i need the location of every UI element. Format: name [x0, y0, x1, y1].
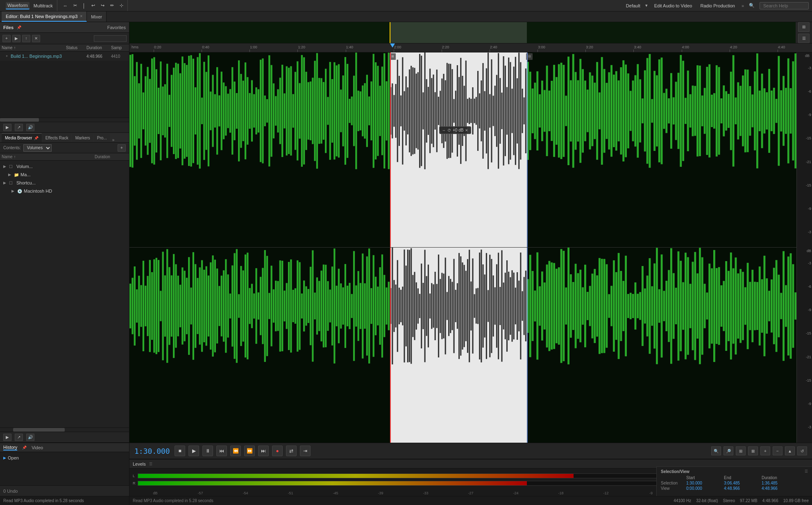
files-new-btn[interactable]: +	[2, 35, 11, 42]
zoom-sel-btn[interactable]: ⊞	[736, 446, 746, 455]
tab-effects-rack[interactable]: Effects Rack	[42, 133, 72, 142]
rewind-btn[interactable]: ⏪	[230, 446, 241, 456]
tool-select[interactable]: │	[81, 2, 87, 9]
waveform-container[interactable]: ↔ ⏱ +0 dB ✕	[129, 52, 812, 443]
si-sel-end[interactable]: 3:06.485	[724, 481, 761, 485]
files-export-btn[interactable]: ↗	[15, 124, 23, 131]
files-import-btn[interactable]: ↑	[22, 35, 30, 42]
tree-shortcut-item[interactable]: ▶ ☐ Shortcu...	[2, 179, 127, 187]
tab-properties[interactable]: Pro...	[94, 133, 110, 142]
contents-add-btn[interactable]: +	[118, 144, 126, 152]
si-view-end[interactable]: 4:48.966	[724, 486, 761, 491]
svg-rect-243	[615, 71, 617, 151]
svg-rect-136	[409, 69, 410, 152]
waveform-mode-btn[interactable]: Waveform	[6, 2, 29, 9]
media-hscroll[interactable]	[0, 428, 129, 432]
contents-select[interactable]: Volumes	[23, 144, 52, 152]
media-play-btn[interactable]: ▶	[3, 434, 11, 441]
edit-audio-to-video-btn[interactable]: Edit Audio to Video	[653, 2, 694, 9]
overview-bar[interactable]: // Will be rendered as SVG rects via JS …	[129, 22, 812, 43]
svg-rect-162	[453, 99, 454, 123]
record-btn[interactable]: ●	[272, 446, 283, 456]
history-item-0[interactable]: ▶ Open	[2, 454, 127, 462]
tool-undo[interactable]: ↩	[90, 2, 97, 9]
editor-tab[interactable]: Editor: Build 1 New Beginnings.mp3 ×	[2, 11, 87, 22]
file-row-0[interactable]: + Build 1... Beginnings.mp3 4:48.966 441…	[0, 52, 129, 61]
sample-rate: 44100 Hz	[674, 498, 691, 503]
media-audio-btn[interactable]: 🔊	[26, 434, 34, 441]
svg-rect-538	[549, 261, 551, 351]
svg-rect-396	[279, 260, 281, 352]
tool-move[interactable]: ↔	[61, 2, 69, 9]
svg-rect-433	[360, 283, 361, 329]
svg-rect-362	[206, 266, 207, 346]
svg-rect-11	[145, 76, 146, 146]
si-sel-start[interactable]: 1:30.000	[686, 481, 723, 485]
fast-forward-btn[interactable]: ⏩	[244, 446, 255, 456]
tool-redo[interactable]: ↪	[99, 2, 106, 9]
svg-rect-358	[197, 278, 198, 334]
waveform-main[interactable]: ↔ ⏱ +0 dB ✕	[129, 52, 812, 443]
svg-rect-86	[308, 82, 309, 139]
svg-rect-375	[234, 253, 235, 359]
tab-video[interactable]: Video	[32, 445, 43, 450]
db-label-m15b-bot: -15	[806, 378, 811, 382]
tree-volume-root[interactable]: ▶ ☐ Volum...	[2, 162, 127, 171]
to-end-btn[interactable]: ⏭	[258, 446, 269, 456]
svg-rect-622	[749, 282, 751, 330]
files-audio-btn[interactable]: 🔊	[26, 124, 34, 131]
svg-rect-51	[231, 67, 233, 155]
loop-btn[interactable]: ⇄	[286, 446, 297, 456]
svg-rect-172	[470, 99, 472, 123]
svg-rect-439	[373, 255, 374, 357]
favorites-label[interactable]: Favorites	[107, 25, 126, 30]
zoom-full-btn[interactable]: ⊠	[748, 446, 758, 455]
svg-rect-61	[253, 94, 255, 128]
tool-razor[interactable]: ✂	[72, 2, 79, 9]
tab-media-browser[interactable]: Media Browser 📌	[2, 133, 42, 142]
mixer-tab[interactable]: Mixer	[87, 11, 107, 22]
zoom-reset-btn[interactable]: ↺	[797, 446, 807, 455]
tool-marquee[interactable]: ⊹	[118, 2, 125, 9]
multitrack-mode-btn[interactable]: Multitrack	[32, 2, 54, 9]
overview-scroll-btn[interactable]: ☰	[798, 34, 810, 43]
tool-pencil[interactable]: ✏	[109, 2, 116, 9]
stop-btn[interactable]: ■	[175, 446, 185, 456]
svg-rect-357	[195, 264, 196, 348]
media-export-btn[interactable]: ↗	[15, 434, 23, 441]
files-open-btn[interactable]: ▶	[12, 35, 20, 42]
tree-ma-item[interactable]: ▶ 📁 Ma...	[2, 171, 127, 179]
contents-label: Contents:	[3, 146, 21, 150]
files-play-btn[interactable]: ▶	[3, 124, 11, 131]
svg-rect-459	[409, 250, 410, 362]
zoom-out-wave-btn[interactable]: 🔎	[724, 446, 733, 455]
files-search[interactable]	[94, 35, 127, 42]
zoom-in-wave-btn[interactable]: 🔍	[711, 446, 721, 455]
zoom-in-h-btn[interactable]: +	[760, 446, 770, 455]
panel-more-btn[interactable]: »	[112, 138, 115, 142]
zoom-out-h-btn[interactable]: −	[773, 446, 783, 455]
zoom-in-v-btn[interactable]: ▲	[785, 446, 795, 455]
skip-btn[interactable]: ⇥	[300, 446, 311, 456]
files-close-btn[interactable]: ✕	[32, 35, 40, 42]
tab-history[interactable]: History	[3, 445, 17, 450]
overview-fit-btn[interactable]: ⊞	[798, 22, 810, 32]
tab-markers[interactable]: Markers	[72, 133, 93, 142]
to-start-btn[interactable]: ⏮	[216, 446, 227, 456]
svg-rect-120	[381, 66, 383, 155]
svg-rect-284	[713, 93, 715, 128]
search-input[interactable]	[760, 2, 809, 9]
radio-production-btn[interactable]: Radio Production	[699, 2, 736, 9]
files-hscroll[interactable]	[0, 118, 129, 122]
editor-tab-close[interactable]: ×	[80, 14, 82, 18]
svg-rect-367	[216, 268, 218, 343]
svg-rect-359	[199, 267, 201, 344]
svg-rect-230	[584, 81, 586, 141]
play-btn[interactable]: ▶	[188, 446, 199, 456]
svg-rect-59	[249, 93, 251, 129]
tree-macintosh-item[interactable]: ▶ 💿 Macintosh HD	[2, 187, 127, 195]
si-view-start[interactable]: 0:00.000	[686, 486, 723, 491]
pause-btn[interactable]: ⏸	[202, 446, 213, 456]
si-blank	[661, 475, 685, 480]
svg-rect-437	[368, 248, 370, 364]
